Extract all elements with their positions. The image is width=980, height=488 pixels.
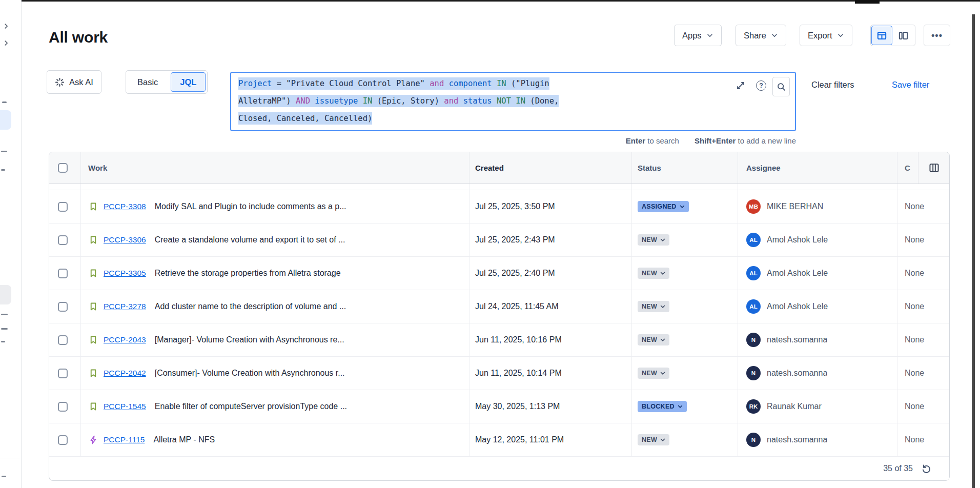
chevron-right-icon[interactable] bbox=[3, 39, 10, 49]
mode-basic-tab[interactable]: Basic bbox=[126, 71, 169, 93]
expand-editor-button[interactable] bbox=[735, 80, 746, 91]
sidebar-item-fragment[interactable] bbox=[1, 328, 8, 330]
jql-line-2: AlletraMP") AND issuetype IN (Epic, Stor… bbox=[238, 95, 559, 107]
status-badge[interactable]: ASSIGNED bbox=[638, 201, 689, 212]
chevron-down-icon bbox=[660, 337, 666, 343]
apps-button[interactable]: Apps bbox=[674, 25, 722, 46]
created-cell: Jul 25, 2025, 2:40 PM bbox=[469, 257, 632, 290]
work-cell: PCCP-3308 Modify SAL and Plugin to inclu… bbox=[81, 190, 469, 223]
extra-cell: None bbox=[897, 390, 949, 423]
status-badge[interactable]: NEW bbox=[638, 334, 669, 345]
assignee-name: Amol Ashok Lele bbox=[767, 269, 828, 278]
jql-token bbox=[444, 79, 448, 88]
assignee-cell: AL Amol Ashok Lele bbox=[738, 257, 897, 290]
extra-value: None bbox=[905, 235, 924, 245]
list-view-toggle[interactable] bbox=[871, 26, 892, 45]
table-header: Work Created Status Assignee C bbox=[49, 152, 949, 184]
table-row: PCCP-3305 Retrieve the storage propertie… bbox=[49, 257, 949, 290]
avatar: N bbox=[746, 433, 761, 447]
select-all-checkbox[interactable] bbox=[58, 163, 68, 173]
jql-token: AND bbox=[296, 96, 310, 106]
row-checkbox[interactable] bbox=[58, 302, 68, 312]
sidebar-item-fragment[interactable] bbox=[2, 476, 6, 477]
sidebar-item-fragment[interactable] bbox=[2, 101, 7, 103]
chevron-right-icon[interactable] bbox=[3, 23, 10, 32]
column-header-assignee[interactable]: Assignee bbox=[738, 152, 897, 184]
hint-shift-text: to add a new line bbox=[736, 136, 796, 145]
search-button[interactable] bbox=[772, 77, 790, 96]
issue-key-link[interactable]: PCCP-3308 bbox=[104, 202, 146, 211]
status-badge[interactable]: NEW bbox=[638, 234, 669, 246]
columns-settings-icon[interactable] bbox=[928, 162, 940, 174]
status-badge[interactable]: NEW bbox=[638, 301, 669, 312]
work-cell: PCCP-1545 Enable filter of computeServer… bbox=[81, 390, 469, 423]
syntax-help-button[interactable]: ? bbox=[756, 80, 767, 91]
share-button[interactable]: Share bbox=[736, 25, 786, 46]
sidebar-item-fragment[interactable] bbox=[1, 341, 5, 342]
row-checkbox[interactable] bbox=[58, 335, 68, 345]
row-select-cell bbox=[49, 323, 81, 356]
jql-input[interactable]: Project = "Private Cloud Control Plane" … bbox=[230, 72, 796, 131]
extra-cell: None bbox=[897, 423, 949, 456]
story-bookmark-icon bbox=[89, 235, 98, 245]
chevron-down-icon bbox=[660, 370, 666, 376]
chevron-down-icon bbox=[771, 32, 778, 39]
status-badge[interactable]: NEW bbox=[638, 368, 669, 379]
issue-type-icon bbox=[88, 268, 98, 278]
issue-key-link[interactable]: PCCP-3278 bbox=[104, 302, 146, 311]
status-badge[interactable]: NEW bbox=[638, 268, 669, 279]
ask-ai-label: Ask AI bbox=[69, 77, 93, 87]
extra-value: None bbox=[905, 302, 924, 311]
work-cell: PCCP-3305 Retrieve the storage propertie… bbox=[81, 257, 469, 290]
ask-ai-button[interactable]: Ask AI bbox=[47, 70, 101, 94]
table-row: PCCP-3278 Add cluster name to the descri… bbox=[49, 290, 949, 323]
sidebar-divider bbox=[0, 458, 21, 458]
column-header-created[interactable]: Created bbox=[469, 152, 632, 184]
ai-sparkle-icon bbox=[55, 77, 65, 87]
status-label: NEW bbox=[642, 436, 657, 443]
save-filter-button[interactable]: Save filter bbox=[892, 80, 929, 90]
chevron-down-icon bbox=[660, 303, 666, 310]
hint-shift-key: Shift+Enter bbox=[695, 136, 736, 145]
sidebar-item-fragment[interactable] bbox=[1, 151, 7, 152]
jql-hint: Enter to searchShift+Enter to add a new … bbox=[461, 136, 796, 145]
assignee-cell: N natesh.somanna bbox=[738, 323, 897, 356]
issue-key-link[interactable]: PCCP-1115 bbox=[104, 435, 145, 444]
created-cell: May 30, 2025, 1:13 PM bbox=[469, 390, 632, 423]
apps-button-label: Apps bbox=[682, 31, 702, 40]
column-header-work[interactable]: Work bbox=[81, 152, 469, 184]
issue-key-link[interactable]: PCCP-2043 bbox=[104, 335, 146, 344]
row-checkbox[interactable] bbox=[58, 369, 68, 378]
jql-token: NOT IN bbox=[497, 96, 525, 106]
row-checkbox[interactable] bbox=[58, 402, 68, 412]
status-badge[interactable]: BLOCKED bbox=[638, 401, 687, 412]
epic-lightning-icon bbox=[89, 435, 98, 444]
sidebar-item-selected[interactable] bbox=[0, 110, 11, 130]
clear-filters-button[interactable]: Clear filters bbox=[811, 80, 854, 90]
status-cell: NEW bbox=[632, 290, 738, 323]
more-options-button[interactable]: ••• bbox=[924, 25, 950, 46]
status-badge[interactable]: NEW bbox=[638, 434, 669, 445]
column-header-status[interactable]: Status bbox=[632, 152, 738, 184]
sidebar-item-fragment[interactable] bbox=[1, 169, 5, 171]
assignee-name: Amol Ashok Lele bbox=[767, 302, 828, 311]
detail-view-toggle[interactable] bbox=[893, 26, 914, 45]
sidebar-item-hover[interactable] bbox=[0, 285, 11, 304]
row-checkbox[interactable] bbox=[58, 269, 68, 278]
sidebar-item-fragment[interactable] bbox=[1, 314, 8, 315]
status-label: NEW bbox=[642, 336, 657, 343]
status-label: NEW bbox=[642, 270, 657, 277]
issue-key-link[interactable]: PCCP-3305 bbox=[104, 269, 146, 278]
row-checkbox[interactable] bbox=[58, 202, 68, 212]
jql-token: (Epic, Story) bbox=[372, 96, 444, 106]
extra-value: None bbox=[905, 335, 924, 344]
view-toggle-group bbox=[870, 25, 915, 46]
issue-key-link[interactable]: PCCP-2042 bbox=[104, 369, 146, 378]
refresh-icon[interactable] bbox=[921, 463, 932, 474]
issue-key-link[interactable]: PCCP-1545 bbox=[104, 402, 146, 411]
issue-key-link[interactable]: PCCP-3306 bbox=[104, 235, 146, 245]
row-checkbox[interactable] bbox=[58, 435, 68, 445]
export-button[interactable]: Export bbox=[800, 25, 852, 46]
mode-jql-tab[interactable]: JQL bbox=[171, 72, 206, 92]
row-checkbox[interactable] bbox=[58, 235, 68, 245]
